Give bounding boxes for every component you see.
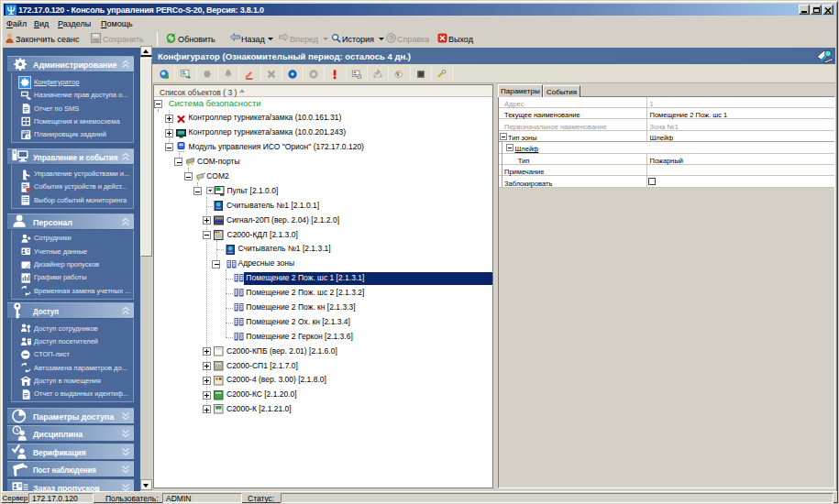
svg-text:?: ? bbox=[389, 34, 393, 42]
